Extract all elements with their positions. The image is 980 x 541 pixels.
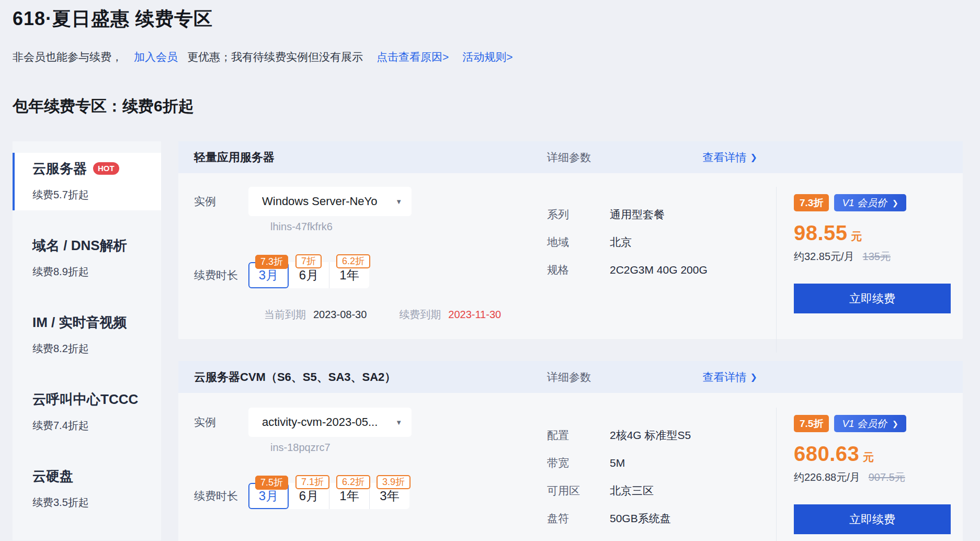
sidebar-item-sub: 续费5.7折起 (32, 188, 161, 201)
price-unit: 元 (851, 229, 862, 244)
param-row: 规格 2C2G3M 40G 200G (547, 263, 708, 277)
caret-down-icon: ▼ (395, 419, 402, 426)
current-expiry-label: 当前到期 (264, 308, 306, 322)
instance-select[interactable]: activity-cvm-2023-05... ▼ (248, 408, 412, 437)
sidebar-item-label: 域名 / DNS解析 (32, 237, 127, 254)
duration-option-3m[interactable]: 7.3折 3月 (248, 262, 289, 288)
params-header-label: 详细参数 (547, 370, 591, 385)
card-header: 轻量应用服务器 详细参数 查看详情 ❯ (178, 141, 963, 173)
discount-badge: 3.9折 (377, 475, 411, 489)
view-details-link[interactable]: 查看详情 ❯ (703, 150, 757, 165)
sidebar-item-tccc[interactable]: 云呼叫中心TCCC 续费7.4折起 (13, 384, 161, 441)
duration-option-1y[interactable]: 6.2折 1年 (329, 262, 369, 288)
price-amount: 680.63 (794, 442, 859, 466)
view-details-link[interactable]: 查看详情 ❯ (703, 370, 757, 385)
renew-expiry-label: 续费到期 (399, 308, 441, 322)
duration-label: 续费时长 (194, 489, 248, 503)
discount-badge: 7折 (295, 254, 322, 268)
params-column: 配置 2核4G 标准型S5 带宽 5M 可用区 北京三区 盘符 (547, 429, 691, 539)
subtitle-text: 非会员也能参与续费， (13, 50, 122, 64)
subtitle-row: 非会员也能参与续费， 加入会员 更优惠；我有待续费实例但没有展示 点击查看原因>… (13, 50, 963, 64)
price-amount: 98.55 (794, 221, 848, 245)
subtitle-text-2: 更优惠；我有待续费实例但没有展示 (187, 50, 363, 64)
card-title: 轻量应用服务器 (194, 150, 275, 165)
chevron-right-icon: ❯ (750, 372, 757, 382)
v1-member-price-badge[interactable]: V1 会员价 ❯ (834, 415, 906, 432)
instance-select[interactable]: Windows Server-NeYo ▼ (248, 187, 412, 216)
sidebar-item-cloud-server[interactable]: 云服务器 HOT 续费5.7折起 (13, 153, 161, 210)
sidebar-item-sub: 续费7.4折起 (32, 419, 161, 432)
sidebar-item-im-trtc[interactable]: IM / 实时音视频 续费8.2折起 (13, 307, 161, 364)
price-panel: 7.3折 V1 会员价 ❯ 98.55 元 约32.85元/月 (776, 187, 963, 353)
chevron-right-icon: ❯ (750, 152, 757, 162)
section-title: 包年续费专区：续费6折起 (13, 96, 963, 116)
price-panel: 7.5折 V1 会员价 ❯ 680.63 元 约226.88元/月 (776, 408, 963, 541)
sidebar-item-sub: 续费8.9折起 (32, 265, 161, 278)
chevron-right-icon: ❯ (892, 199, 898, 207)
content-row: 云服务器 HOT 续费5.7折起 域名 / DNS解析 续费8.9折起 IM /… (13, 141, 963, 540)
param-row: 配置 2核4G 标准型S5 (547, 429, 691, 442)
price-discount-badge: 7.5折 (794, 415, 829, 432)
caret-down-icon: ▼ (395, 198, 402, 206)
sidebar-item-domain-dns[interactable]: 域名 / DNS解析 续费8.9折起 (13, 230, 161, 287)
renew-now-button[interactable]: 立即续费 (794, 504, 951, 534)
duration-label: 续费时长 (194, 268, 248, 283)
page-title: 618·夏日盛惠 续费专区 (13, 7, 963, 30)
duration-option-3m[interactable]: 7.5折 3月 (248, 483, 289, 509)
sidebar-item-label: IM / 实时音视频 (32, 314, 127, 331)
original-price: 135元 (863, 250, 891, 264)
price-unit: 元 (863, 450, 874, 465)
discount-badge: 7.1折 (295, 475, 329, 489)
v1-member-price-badge[interactable]: V1 会员价 ❯ (834, 194, 906, 211)
chevron-right-icon: ❯ (892, 420, 898, 428)
params-header-label: 详细参数 (547, 150, 591, 165)
renewal-promo-page: 618·夏日盛惠 续费专区 非会员也能参与续费， 加入会员 更优惠；我有待续费实… (0, 0, 980, 541)
activity-rules-link[interactable]: 活动规则> (462, 50, 512, 64)
instance-label: 实例 (194, 194, 248, 209)
renew-expiry-date: 2023-11-30 (448, 309, 501, 321)
param-row: 可用区 北京三区 (547, 484, 691, 498)
param-row: 带宽 5M (547, 456, 691, 470)
sidebar-item-label: 云硬盘 (32, 468, 73, 484)
duration-tabs: 7.5折 3月 7.1折 6月 6.2折 1年 (248, 483, 409, 509)
duration-option-6m[interactable]: 7折 6月 (289, 262, 329, 288)
card-header: 云服务器CVM（S6、S5、SA3、SA2） 详细参数 查看详情 ❯ (178, 361, 963, 393)
category-sidebar: 云服务器 HOT 续费5.7折起 域名 / DNS解析 续费8.9折起 IM /… (13, 141, 161, 540)
param-row: 盘符 50GB系统盘 (547, 512, 691, 525)
card-list: 轻量应用服务器 详细参数 查看详情 ❯ 实例 Windows Server-Ne… (178, 141, 963, 540)
params-column: 系列 通用型套餐 地域 北京 规格 2C2G3M 40G 200G (547, 208, 708, 291)
monthly-price: 约32.85元/月 (794, 250, 854, 264)
sidebar-item-sub: 续费8.2折起 (32, 342, 161, 355)
discount-badge: 7.3折 (255, 255, 288, 269)
param-row: 系列 通用型套餐 (547, 208, 708, 221)
duration-option-3y[interactable]: 3.9折 3年 (369, 483, 409, 509)
sidebar-item-label: 云服务器 (32, 160, 87, 177)
discount-badge: 6.2折 (336, 254, 370, 268)
discount-badge: 6.2折 (336, 475, 370, 489)
renew-now-button[interactable]: 立即续费 (794, 284, 951, 313)
duration-tabs: 7.3折 3月 7折 6月 6.2折 1年 (248, 262, 369, 288)
duration-option-6m[interactable]: 7.1折 6月 (289, 483, 329, 509)
instance-label: 实例 (194, 415, 248, 430)
duration-option-1y[interactable]: 6.2折 1年 (329, 483, 369, 509)
product-card-cvm: 云服务器CVM（S6、S5、SA3、SA2） 详细参数 查看详情 ❯ 实例 ac… (178, 361, 963, 541)
card-title: 云服务器CVM（S6、S5、SA3、SA2） (194, 369, 396, 385)
monthly-price: 约226.88元/月 (794, 470, 860, 484)
original-price: 907.5元 (869, 470, 905, 484)
param-row: 地域 北京 (547, 235, 708, 249)
view-reason-link[interactable]: 点击查看原因> (377, 50, 449, 64)
price-discount-badge: 7.3折 (794, 194, 829, 211)
current-expiry-date: 2023-08-30 (313, 309, 367, 321)
sidebar-item-cloud-disk[interactable]: 云硬盘 续费3.5折起 (13, 460, 161, 518)
discount-badge: 7.5折 (255, 476, 288, 490)
sidebar-item-sub: 续费3.5折起 (32, 496, 161, 509)
join-member-link[interactable]: 加入会员 (134, 50, 178, 64)
hot-badge: HOT (93, 162, 119, 175)
product-card-lighthouse: 轻量应用服务器 详细参数 查看详情 ❯ 实例 Windows Server-Ne… (178, 141, 963, 339)
sidebar-item-label: 云呼叫中心TCCC (32, 391, 138, 408)
